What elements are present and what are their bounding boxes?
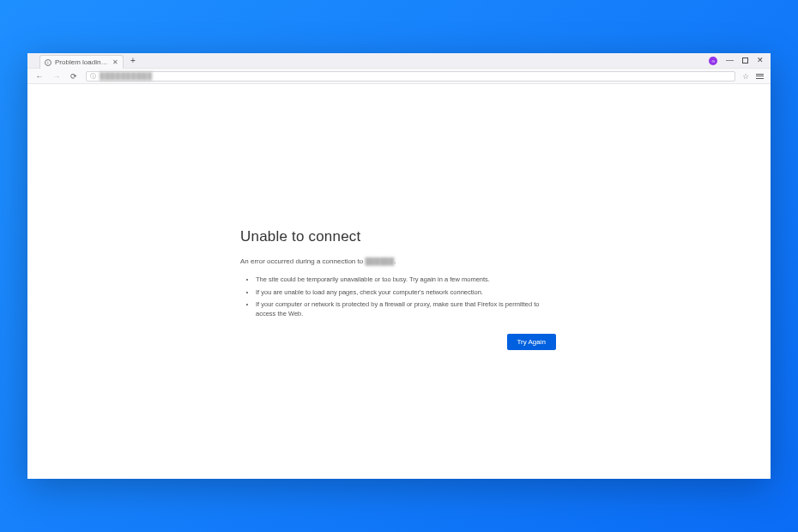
url-text: ██████████: [100, 72, 153, 80]
profile-badge[interactable]: ∞: [709, 57, 717, 65]
error-actions: Try Again: [240, 334, 556, 350]
title-bar: i Problem loading page ✕ + ∞ — ✕: [27, 53, 771, 69]
reload-button[interactable]: ⟳: [69, 72, 79, 81]
address-bar[interactable]: ⓘ ██████████: [86, 71, 735, 82]
try-again-button[interactable]: Try Again: [507, 334, 557, 350]
window-controls: ∞ — ✕: [709, 53, 771, 68]
back-button[interactable]: ←: [34, 72, 45, 81]
error-suggestions: The site could be temporarily unavailabl…: [240, 275, 549, 318]
navigation-toolbar: ← → ⟳ ⓘ ██████████ ☆: [27, 69, 771, 84]
browser-window: i Problem loading page ✕ + ∞ — ✕ ← → ⟳ ⓘ…: [27, 53, 771, 479]
error-suggestion-item: If you are unable to load any pages, che…: [256, 288, 549, 298]
bookmark-button[interactable]: ☆: [742, 72, 749, 81]
error-suggestion-item: If your computer or network is protected…: [256, 300, 549, 318]
tab-title: Problem loading page: [55, 58, 109, 66]
error-subtext-suffix: .: [394, 257, 396, 265]
close-window-button[interactable]: ✕: [757, 57, 764, 64]
error-subtext-prefix: An error occurred during a connection to: [240, 257, 365, 265]
site-info-icon[interactable]: ⓘ: [90, 72, 96, 81]
browser-tab[interactable]: i Problem loading page ✕: [39, 55, 124, 69]
error-suggestion-item: The site could be temporarily unavailabl…: [256, 275, 549, 285]
info-icon: i: [45, 59, 51, 66]
app-menu-button[interactable]: [756, 72, 764, 81]
error-subtext: An error occurred during a connection to…: [240, 257, 771, 265]
minimize-button[interactable]: —: [726, 57, 734, 64]
close-tab-button[interactable]: ✕: [112, 58, 118, 66]
new-tab-button[interactable]: +: [127, 53, 139, 68]
error-title: Unable to connect: [240, 228, 771, 245]
maximize-button[interactable]: [742, 57, 748, 63]
page-content: Unable to connect An error occurred duri…: [27, 84, 771, 479]
forward-button[interactable]: →: [51, 72, 62, 81]
error-host: ██████: [365, 257, 394, 265]
